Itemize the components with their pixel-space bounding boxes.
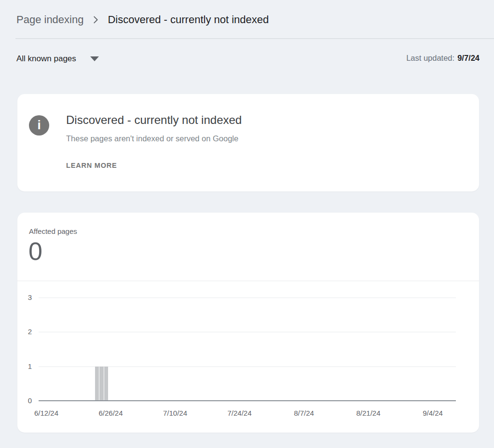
x-axis-tick-label: 6/26/24 (89, 408, 133, 418)
learn-more-link[interactable]: LEARN MORE (66, 162, 117, 169)
affected-pages-card: Affected pages 0 01236/12/246/26/247/10/… (17, 213, 479, 433)
y-axis-tick-label: 1 (17, 361, 32, 372)
x-axis-tick-label: 6/12/24 (25, 408, 68, 418)
breadcrumb: Page indexing Discovered - currently not… (16, 12, 269, 28)
page-filter-dropdown[interactable]: All known pages (16, 51, 99, 67)
y-axis-tick-label: 2 (17, 326, 32, 337)
header-divider (15, 38, 494, 39)
info-icon-glyph: i (37, 119, 41, 131)
chart-bar[interactable] (104, 367, 109, 401)
x-axis-tick-label: 7/10/24 (153, 408, 197, 418)
x-axis-line (39, 400, 456, 401)
y-axis-tick-label: 3 (17, 292, 32, 303)
x-axis-tick-label: 7/24/24 (218, 408, 261, 418)
caret-down-icon (90, 56, 99, 61)
breadcrumb-page-indexing-link[interactable]: Page indexing (16, 14, 83, 26)
affected-pages-chart: 01236/12/246/26/247/10/247/24/248/7/248/… (17, 213, 479, 433)
last-updated-value: 9/7/24 (457, 54, 480, 63)
last-updated: Last updated: 9/7/24 (406, 54, 480, 63)
y-gridline-3 (39, 298, 456, 298)
status-title: Discovered - currently not indexed (66, 113, 242, 127)
chart-bar[interactable] (99, 367, 104, 401)
x-axis-tick-label: 8/21/24 (347, 408, 390, 418)
chevron-right-icon (90, 14, 101, 25)
info-icon: i (29, 115, 49, 136)
y-gridline-2 (39, 332, 456, 332)
page-filter-label: All known pages (16, 54, 76, 64)
y-axis-tick-label: 0 (17, 395, 32, 406)
x-axis-tick-label: 9/4/24 (411, 408, 454, 418)
x-axis-tick-label: 8/7/24 (282, 408, 326, 418)
chart-bar[interactable] (95, 367, 99, 401)
last-updated-label: Last updated: (406, 54, 454, 63)
status-subtitle: These pages aren't indexed or served on … (66, 134, 238, 143)
breadcrumb-current: Discovered - currently not indexed (108, 14, 269, 26)
status-info-card: i Discovered - currently not indexed The… (17, 94, 479, 191)
